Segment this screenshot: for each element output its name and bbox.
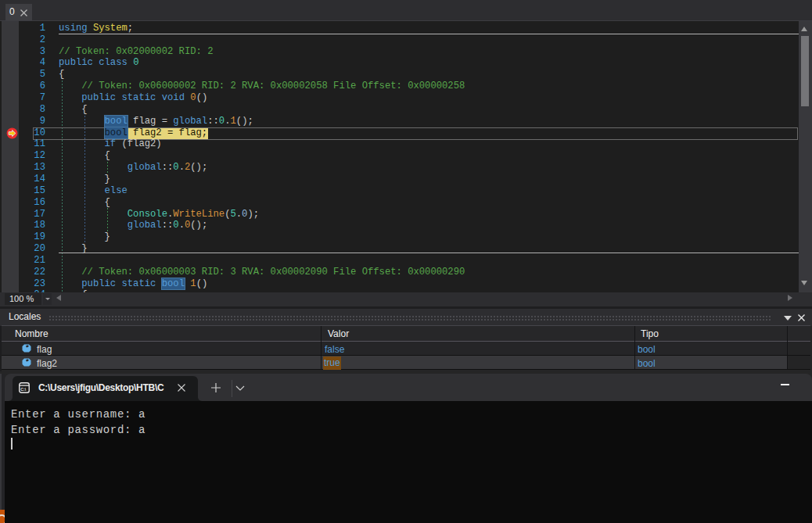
svg-text:C:\: C:\ [20, 387, 26, 392]
